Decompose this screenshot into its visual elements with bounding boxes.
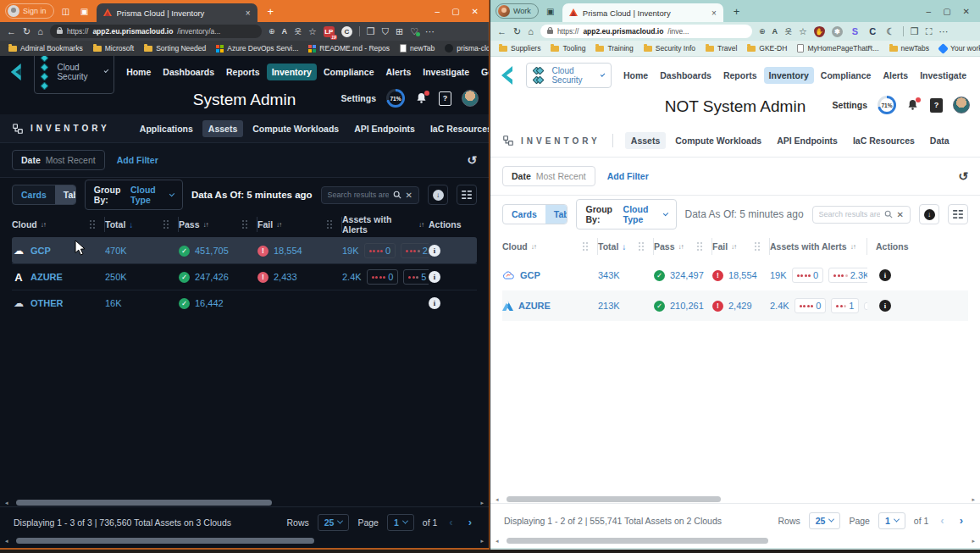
address-bar[interactable]: https://app2.eu.prismacloud.io/inve... bbox=[540, 25, 752, 38]
bookmark-newtab[interactable]: newTab bbox=[400, 44, 435, 53]
home-icon[interactable]: ⌂ bbox=[528, 27, 534, 36]
drag-handle-icon[interactable] bbox=[327, 220, 329, 222]
scroll-right-icon[interactable]: ▸ bbox=[480, 500, 484, 506]
row-info-icon[interactable]: i bbox=[879, 300, 891, 312]
alert-severity-badge[interactable]: 0 bbox=[792, 268, 824, 283]
col-alerts[interactable]: Assets with Alerts↓↑ bbox=[770, 233, 867, 260]
alert-severity-badge[interactable]: 0 bbox=[795, 298, 827, 313]
bookmark-folder[interactable]: Admiral Bookmarks bbox=[8, 44, 83, 53]
scroll-left-icon[interactable]: ◂ bbox=[496, 496, 499, 503]
download-button[interactable]: ↓ bbox=[919, 204, 939, 224]
page-select[interactable]: 1 bbox=[387, 514, 414, 531]
extension-c2-icon[interactable]: ☾ bbox=[885, 26, 896, 37]
table-row-azure[interactable]: AZURE 213K ✓210,261 !2,429 2.4K 0 1 i bbox=[502, 290, 968, 321]
group-by-select[interactable]: Group By: Cloud Type bbox=[85, 180, 183, 210]
cloud-link[interactable]: GCP bbox=[30, 246, 51, 256]
screenshot-icon[interactable]: ⛶ bbox=[926, 27, 933, 36]
reset-filters-icon[interactable]: ↺ bbox=[467, 153, 477, 167]
col-fail[interactable]: Fail↓↑ bbox=[257, 212, 342, 237]
col-pass[interactable]: Pass↓↑ bbox=[654, 233, 712, 260]
reset-filters-icon[interactable]: ↺ bbox=[958, 169, 968, 183]
back-icon[interactable]: ← bbox=[497, 27, 507, 36]
nav-home[interactable]: Home bbox=[618, 67, 653, 84]
rows-per-page-select[interactable]: 25 bbox=[318, 514, 350, 531]
group-by-select[interactable]: Group By: Cloud Type bbox=[576, 199, 676, 229]
notifications-bell-icon[interactable] bbox=[906, 98, 920, 112]
col-pass[interactable]: Pass↓↑ bbox=[179, 212, 257, 237]
prev-page-icon[interactable]: ‹ bbox=[937, 514, 947, 527]
nav-dashboards[interactable]: Dashboards bbox=[655, 67, 717, 84]
scroll-left-icon[interactable]: ◂ bbox=[5, 538, 8, 545]
bookmark-folder[interactable]: Security Info bbox=[644, 44, 695, 53]
maximize-icon[interactable]: ▢ bbox=[451, 7, 459, 16]
add-filter-button[interactable]: Add Filter bbox=[117, 155, 158, 165]
settings-menu-icon[interactable]: ⋯ bbox=[938, 27, 948, 36]
cloud-link[interactable]: OTHER bbox=[30, 298, 64, 308]
minimize-icon[interactable]: – bbox=[435, 7, 440, 16]
usage-ring[interactable]: 71% bbox=[386, 89, 405, 108]
zoom-icon[interactable]: ⊕ bbox=[759, 28, 766, 36]
product-switcher[interactable]: Cloud Security bbox=[526, 63, 612, 88]
extension-s-icon[interactable]: S bbox=[850, 26, 861, 37]
read-aloud-icon[interactable]: A bbox=[281, 28, 287, 36]
browser-tab[interactable]: Prisma Cloud | Inventory × bbox=[562, 3, 723, 22]
date-filter[interactable]: Date Most Recent bbox=[12, 150, 105, 170]
table-row-gcp[interactable]: GCP 343K ✓324,497 !18,554 19K 0 2.3K i bbox=[502, 260, 968, 290]
nav-reports[interactable]: Reports bbox=[221, 64, 265, 80]
notifications-bell-icon[interactable] bbox=[415, 91, 429, 105]
search-icon[interactable] bbox=[393, 191, 401, 199]
cloud-link[interactable]: AZURE bbox=[518, 301, 551, 311]
nav-compliance[interactable]: Compliance bbox=[318, 64, 379, 80]
new-tab-button[interactable]: + bbox=[734, 5, 740, 18]
tab-assets[interactable]: Assets bbox=[625, 132, 666, 149]
nav-inventory[interactable]: Inventory bbox=[764, 67, 814, 84]
close-icon[interactable]: ✕ bbox=[963, 7, 970, 16]
tab-data[interactable]: Data bbox=[924, 132, 955, 149]
scroll-left-icon[interactable]: ◂ bbox=[5, 500, 8, 506]
bookmark-readme[interactable]: README.md - Repos bbox=[308, 44, 390, 53]
row-info-icon[interactable]: i bbox=[429, 297, 440, 309]
bookmark-folder[interactable]: Microsoft bbox=[93, 44, 134, 53]
profile-in-page-icon[interactable]: 웃 bbox=[294, 28, 302, 36]
tab-compute-workloads[interactable]: Compute Workloads bbox=[246, 120, 345, 137]
cloud-link[interactable]: AZURE bbox=[30, 272, 63, 282]
next-page-icon[interactable]: › bbox=[956, 514, 966, 527]
help-icon[interactable]: ? bbox=[930, 98, 943, 113]
bookmark-folder[interactable]: Training bbox=[595, 44, 633, 53]
nav-governance[interactable]: Governance bbox=[476, 64, 489, 80]
row-info-icon[interactable]: i bbox=[879, 269, 891, 281]
settings-menu-icon[interactable]: ⋯ bbox=[425, 27, 435, 36]
nav-reports[interactable]: Reports bbox=[718, 67, 762, 84]
bookmark-homepage[interactable]: MyHomePageThatR... bbox=[797, 44, 878, 53]
col-total[interactable]: Total↓ bbox=[598, 233, 654, 260]
col-cloud[interactable]: Cloud↓↑ bbox=[502, 233, 598, 260]
bookmark-folder[interactable]: Travel bbox=[706, 44, 737, 53]
scroll-right-icon[interactable]: ▸ bbox=[480, 538, 484, 545]
nav-compliance[interactable]: Compliance bbox=[816, 67, 877, 84]
tab-actions-icon[interactable]: ▣ bbox=[78, 4, 91, 18]
date-filter[interactable]: Date Most Recent bbox=[502, 166, 595, 186]
drag-handle-icon[interactable] bbox=[639, 242, 640, 244]
nav-dashboards[interactable]: Dashboards bbox=[158, 64, 219, 80]
col-cloud[interactable]: Cloud↓↑ bbox=[12, 212, 105, 237]
drag-handle-icon[interactable] bbox=[755, 242, 756, 244]
bookmark-folder[interactable]: GKE-DH bbox=[747, 44, 787, 53]
bookmark-folder[interactable]: Suppliers bbox=[499, 44, 540, 53]
favorite-star-icon[interactable]: ☆ bbox=[308, 27, 317, 36]
nav-home[interactable]: Home bbox=[121, 64, 156, 80]
drag-handle-icon[interactable] bbox=[583, 242, 584, 244]
scroll-right-icon[interactable]: ▸ bbox=[972, 538, 975, 545]
table-row-azure[interactable]: AAZURE 250K ✓247,426 !2,433 2.4K 0 5 i bbox=[12, 263, 477, 290]
nav-investigate[interactable]: Investigate bbox=[915, 67, 972, 84]
bookmark-azure-devops[interactable]: Azure DevOps Servi... bbox=[216, 44, 298, 53]
next-page-icon[interactable]: › bbox=[465, 516, 475, 528]
tab-applications[interactable]: Applications bbox=[134, 120, 199, 137]
close-icon[interactable]: ✕ bbox=[472, 7, 479, 16]
cloud-link[interactable]: GCP bbox=[520, 270, 540, 280]
browser-profile-button[interactable]: Sign in bbox=[5, 3, 54, 19]
alert-severity-badge[interactable]: 1 bbox=[831, 298, 859, 313]
row-info-icon[interactable]: i bbox=[429, 245, 440, 257]
user-avatar[interactable] bbox=[462, 90, 479, 107]
drag-handle-icon[interactable] bbox=[90, 220, 91, 222]
nav-alerts[interactable]: Alerts bbox=[878, 67, 913, 84]
